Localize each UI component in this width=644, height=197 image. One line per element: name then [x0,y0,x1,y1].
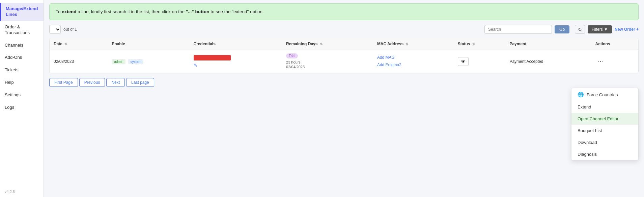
dropdown-item-bouquet-list[interactable]: Bouquet List [571,125,638,137]
go-button[interactable]: Go [555,25,569,33]
new-order-button[interactable]: New Order + [615,27,639,32]
orders-table: Date ⇅ Enable Credentials Remaining Days… [49,38,639,73]
table-row: 02/03/2023 admin system ✎ Trial 23 hours… [50,50,638,73]
sort-icon-status: ⇅ [472,42,475,46]
sidebar-version: v4.2.6 [0,186,44,197]
sidebar-item-channels[interactable]: Channels [0,39,44,52]
sidebar-item-manage-extend-lines[interactable]: Manage/Extend Lines [0,3,44,21]
col-enable: Enable [108,38,189,50]
trial-badge: Trial [286,53,298,58]
cell-credentials: ✎ [190,50,282,73]
col-mac-address: MAC Address ⇅ [373,38,454,50]
eye-button[interactable]: 👁 [458,57,469,66]
col-actions: Actions [591,38,638,50]
page-info: out of 1 [63,27,77,32]
edit-credential-icon[interactable]: ✎ [194,63,278,68]
sidebar-item-logs[interactable]: Logs [0,101,44,114]
cell-actions: ··· [591,50,638,73]
refresh-button[interactable]: ↻ [575,25,585,34]
last-page-button[interactable]: Last page [126,78,154,87]
sidebar-item-order-transactions[interactable]: Order & Transactions [0,21,44,39]
first-page-button[interactable]: First Page [49,78,78,87]
col-credentials: Credentials [190,38,282,50]
sort-icon-date: ⇅ [64,42,67,46]
cell-remaining-days: Trial 23 hours 02/04/2023 [282,50,373,73]
col-remaining-days: Remaining Days ⇅ [282,38,373,50]
col-payment: Payment [505,38,591,50]
col-date: Date ⇅ [50,38,108,50]
cell-enable: admin system [108,50,189,73]
main-content: To extend a line, kindly first search it… [44,0,644,197]
sort-icon-remaining: ⇅ [320,42,323,46]
cell-payment: Payment Accepted [505,50,591,73]
dropdown-item-extend[interactable]: Extend [571,101,638,113]
col-status: Status ⇅ [454,38,506,50]
sidebar-item-help[interactable]: Help [0,76,44,89]
page-select[interactable] [49,25,61,34]
cell-status: 👁 [454,50,506,73]
sort-icon-mac: ⇅ [405,42,408,46]
dropdown-item-force-countries[interactable]: 🌐 Force Countries [571,88,638,101]
pagination: First Page Previous Next Last page [49,78,639,87]
sidebar-item-add-ons[interactable]: Add-Ons [0,51,44,64]
dropdown-item-diagnosis[interactable]: Diagnosis [571,148,638,160]
toolbar: out of 1 Go ↻ Filters ▼ New Order + [49,25,639,34]
add-enigma2-link[interactable]: Add Enigma2 [377,61,450,69]
sidebar-item-settings[interactable]: Settings [0,89,44,101]
dropdown-item-open-channel-editor[interactable]: Open Channel Editor [571,113,638,125]
info-banner: To extend a line, kindly first search it… [49,3,639,20]
previous-button[interactable]: Previous [79,78,105,87]
add-mag-link[interactable]: Add MAG [377,54,450,61]
next-button[interactable]: Next [106,78,125,87]
actions-dropdown-menu: 🌐 Force Countries Extend Open Channel Ed… [571,88,639,161]
globe-icon: 🌐 [578,92,584,98]
sidebar-item-tickets[interactable]: Tickets [0,64,44,76]
cell-date: 02/03/2023 [50,50,108,73]
credential-bar [194,55,231,60]
cell-mac-address: Add MAG Add Enigma2 [373,50,454,73]
search-input[interactable] [484,25,552,34]
remaining-hours: 23 hours [286,60,301,64]
tag-admin: admin [112,59,125,64]
tag-system: system [128,59,144,64]
actions-menu-button[interactable]: ··· [595,57,606,66]
dropdown-item-download[interactable]: Download [571,137,638,148]
filters-button[interactable]: Filters ▼ [588,25,612,33]
sidebar: Manage/Extend Lines Order & Transactions… [0,0,44,197]
remaining-date: 02/04/2023 [286,65,305,69]
